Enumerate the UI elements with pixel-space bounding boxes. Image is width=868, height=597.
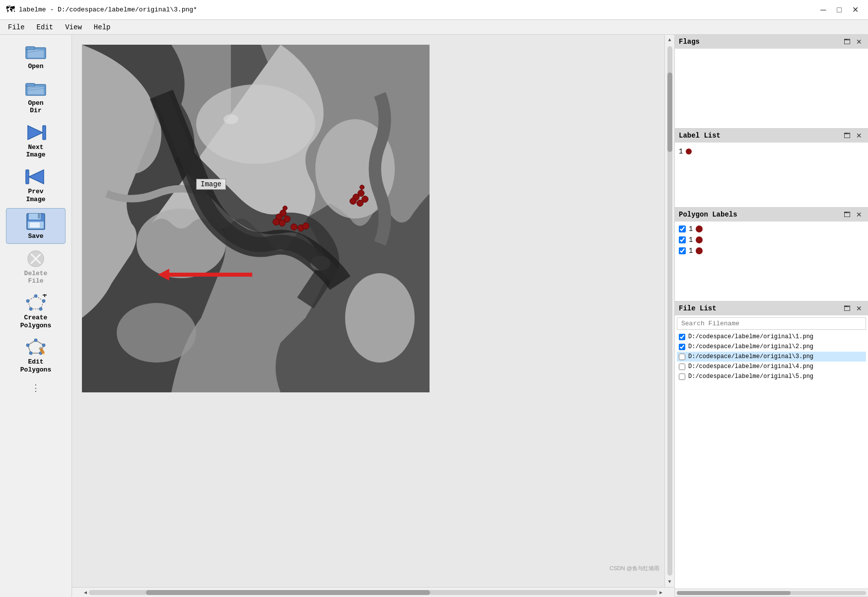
satellite-image: Image (82, 45, 430, 392)
file-checkbox-3[interactable] (679, 354, 685, 360)
open-button[interactable]: Open (6, 39, 66, 74)
file-list-item-5[interactable]: D:/codespace/labelme/original\5.png (677, 372, 866, 381)
file-list-item-3[interactable]: D:/codespace/labelme/original\3.png (677, 352, 866, 362)
ann-dot (360, 185, 364, 190)
title-bar-controls: ─ □ ✕ (816, 3, 862, 17)
svg-point-33 (29, 352, 32, 355)
menu-file[interactable]: File (2, 21, 31, 33)
svg-point-24 (39, 307, 42, 310)
svg-point-39 (196, 84, 315, 164)
watermark: CSDN @鱼与红墙雨 (610, 565, 659, 572)
main-layout: Open OpenDir Ne (0, 35, 868, 597)
scroll-left-button[interactable]: ◀ (82, 589, 89, 597)
file-path-4: D:/codespace/labelme/original\4.png (688, 363, 813, 370)
svg-point-43 (102, 94, 161, 174)
minimize-button[interactable]: ─ (816, 3, 830, 17)
label-list-pin-button[interactable]: 🗔 (842, 131, 852, 141)
v-scroll-thumb[interactable] (667, 73, 672, 152)
canvas-scroll-area[interactable]: Image (72, 35, 664, 587)
svg-point-22 (34, 295, 37, 298)
polygon-labels-content: 1 1 1 (675, 222, 868, 301)
canvas-inner: Image (72, 35, 664, 587)
file-list-section: File List 🗔 ✕ D:/codespace/labelme/origi… (675, 301, 868, 597)
file-list-item-2[interactable]: D:/codespace/labelme/original\2.png (677, 342, 866, 352)
svg-rect-17 (30, 223, 40, 227)
prev-image-button[interactable]: PrevImage (6, 164, 66, 206)
polygon-label-name-3: 1 (689, 247, 693, 255)
menu-bar: File Edit View Help (0, 20, 868, 35)
more-tools-indicator[interactable]: ⋮ (31, 382, 40, 393)
svg-marker-11 (29, 170, 44, 184)
create-polygons-label: CreatePolygons (20, 314, 51, 329)
flags-controls: 🗔 ✕ (842, 37, 864, 47)
save-icon (24, 212, 48, 231)
file-checkbox-5[interactable] (679, 373, 685, 380)
image-tooltip: Image (196, 179, 226, 190)
svg-point-34 (26, 344, 29, 347)
polygon-label-checkbox-1[interactable] (679, 225, 686, 232)
title-bar-text: labelme - D:/codespace/labelme/original\… (19, 6, 197, 13)
file-list-content: D:/codespace/labelme/original\1.png D:/c… (675, 315, 868, 589)
polygon-label-checkbox-2[interactable] (679, 236, 686, 243)
edit-polygons-label: EditPolygons (20, 358, 51, 373)
file-search-input[interactable] (677, 317, 866, 330)
title-bar: 🗺 labelme - D:/codespace/labelme/origina… (0, 0, 868, 20)
polygon-labels-pin-button[interactable]: 🗔 (842, 210, 852, 220)
canvas-row: Image (72, 35, 674, 587)
vertical-scrollbar[interactable]: ▲ ▼ (664, 35, 674, 587)
delete-file-button[interactable]: DeleteFile (6, 246, 66, 288)
file-list-controls: 🗔 ✕ (842, 303, 864, 313)
ann-dot (357, 200, 363, 207)
file-checkbox-4[interactable] (679, 364, 685, 370)
file-list-pin-button[interactable]: 🗔 (842, 303, 852, 313)
file-checkbox-1[interactable] (679, 334, 685, 340)
flags-close-button[interactable]: ✕ (854, 37, 864, 47)
svg-point-42 (345, 273, 415, 363)
file-checkbox-2[interactable] (679, 344, 685, 350)
file-list-item-1[interactable]: D:/codespace/labelme/original\1.png (677, 332, 866, 342)
polygon-label-checkbox-3[interactable] (679, 247, 686, 254)
h-scroll-thumb[interactable] (146, 590, 430, 595)
close-button[interactable]: ✕ (848, 3, 862, 17)
file-path-1: D:/codespace/labelme/original\1.png (688, 333, 813, 340)
edit-polygons-button[interactable]: EditPolygons (6, 334, 66, 376)
svg-rect-12 (26, 170, 29, 184)
flags-content (675, 49, 868, 128)
svg-point-23 (42, 299, 45, 302)
canvas-column: Image (72, 35, 674, 597)
label-list-item: 1 (679, 147, 864, 156)
svg-point-44 (117, 303, 196, 363)
menu-view[interactable]: View (59, 21, 88, 33)
file-list-header: File List 🗔 ✕ (675, 301, 868, 315)
next-image-label: NextImage (26, 144, 45, 159)
polygon-labels-header: Polygon Labels 🗔 ✕ (675, 208, 868, 222)
ann-dot (302, 223, 309, 229)
scroll-right-button[interactable]: ▶ (657, 589, 664, 597)
menu-help[interactable]: Help (88, 21, 117, 33)
file-list-scroll-thumb[interactable] (677, 591, 791, 595)
next-image-button[interactable]: NextImage (6, 120, 66, 162)
svg-marker-21 (28, 296, 44, 309)
svg-rect-1 (26, 47, 35, 50)
polygon-labels-close-button[interactable]: ✕ (854, 210, 864, 220)
label-list-section: Label List 🗔 ✕ 1 (675, 129, 868, 208)
flags-pin-button[interactable]: 🗔 (842, 37, 852, 47)
flags-section: Flags 🗔 ✕ (675, 35, 868, 129)
label-list-close-button[interactable]: ✕ (854, 131, 864, 141)
right-panel: Flags 🗔 ✕ Label List 🗔 ✕ 1 (674, 35, 868, 597)
file-list-item-4[interactable]: D:/codespace/labelme/original\4.png (677, 362, 866, 372)
create-polygons-icon (24, 293, 48, 313)
scroll-down-button[interactable]: ▼ (666, 578, 672, 586)
horizontal-scrollbar: ◀ ▶ (72, 587, 674, 597)
svg-rect-5 (26, 83, 35, 86)
open-dir-button[interactable]: OpenDir (6, 75, 66, 118)
maximize-button[interactable]: □ (832, 3, 846, 17)
scroll-up-button[interactable]: ▲ (666, 36, 672, 44)
save-button[interactable]: Save (6, 208, 66, 244)
svg-point-26 (26, 299, 29, 302)
file-list-hscroll (675, 589, 868, 597)
file-path-2: D:/codespace/labelme/original\2.png (688, 343, 813, 350)
file-list-close-button[interactable]: ✕ (854, 303, 864, 313)
menu-edit[interactable]: Edit (31, 21, 60, 33)
create-polygons-button[interactable]: CreatePolygons (6, 290, 66, 332)
